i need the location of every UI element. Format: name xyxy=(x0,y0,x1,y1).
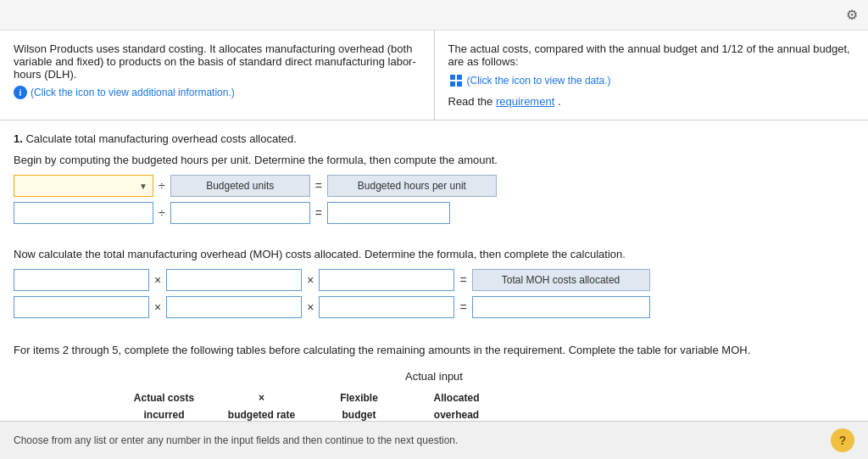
moh-op-1: × xyxy=(153,273,163,287)
grid-icon xyxy=(448,73,464,88)
top-bar: ⚙ xyxy=(0,0,868,31)
info-link-right-label: (Click the icon to view the data.) xyxy=(467,75,611,87)
read-requirement-text: Read the requirement . xyxy=(448,95,855,108)
formula-answer-1[interactable] xyxy=(327,202,450,224)
svg-rect-3 xyxy=(457,81,462,87)
formula-input-1[interactable] xyxy=(14,202,153,224)
divide-op-2: ÷ xyxy=(157,206,167,220)
moh-equals-1: = xyxy=(458,273,468,287)
requirement-link[interactable]: requirement xyxy=(496,95,554,108)
moh-answer-1[interactable] xyxy=(14,296,149,318)
divide-op-1: ÷ xyxy=(157,179,167,193)
actual-input-header: Actual input xyxy=(14,370,854,383)
th-empty xyxy=(14,389,115,406)
moh-op-4: × xyxy=(305,300,315,314)
budgeted-hours-instruction: Begin by computing the budgeted hours pe… xyxy=(14,154,854,166)
th-multiply: × xyxy=(213,389,310,406)
moh-total-label: Total MOH costs allocated xyxy=(472,269,650,291)
th-flexible: Flexible xyxy=(310,389,408,406)
svg-rect-2 xyxy=(450,81,455,87)
equals-op-1: = xyxy=(314,179,324,193)
intro-left-text: Wilson Products uses standard costing. I… xyxy=(14,42,420,81)
table-header-row-1: Actual costs × Flexible Allocated xyxy=(14,389,505,406)
intro-section: Wilson Products uses standard costing. I… xyxy=(0,31,868,120)
svg-rect-1 xyxy=(457,75,462,80)
info-link-left-label: (Click the icon to view additional infor… xyxy=(31,87,235,98)
moh-equals-2: = xyxy=(458,300,468,314)
th-allocated: Allocated xyxy=(408,389,505,406)
budgeted-units-label: Budgeted units xyxy=(170,175,310,197)
info-link-right[interactable]: (Click the icon to view the data.) xyxy=(448,73,855,88)
moh-op-2: × xyxy=(305,273,315,287)
moh-answer-row: × × = xyxy=(14,296,854,318)
intro-right-text-before: The actual costs, compared with the annu… xyxy=(448,42,855,68)
moh-op-3: × xyxy=(153,300,163,314)
bottom-bar: Choose from any list or enter any number… xyxy=(0,421,868,459)
formula-header-row: ▼ ÷ Budgeted units = Budgeted hours per … xyxy=(14,175,854,197)
moh-dropdown-1[interactable] xyxy=(14,269,149,291)
moh-answer-3[interactable] xyxy=(319,296,454,318)
info-link-left[interactable]: i (Click the icon to view additional inf… xyxy=(14,86,420,99)
bottom-text: Choose from any list or enter any number… xyxy=(14,434,458,446)
moh-input-3[interactable] xyxy=(319,269,454,291)
gear-icon[interactable]: ⚙ xyxy=(846,7,858,23)
section2-instruction: For items 2 through 5, complete the foll… xyxy=(14,344,854,356)
moh-header-row: × × = Total MOH costs allocated xyxy=(14,269,854,291)
budgeted-hours-label: Budgeted hours per unit xyxy=(327,175,497,197)
moh-instruction: Now calculate the total manufacturing ov… xyxy=(14,248,854,260)
equals-op-2: = xyxy=(314,206,324,220)
formula-dropdown[interactable]: ▼ xyxy=(14,175,153,197)
info-icon: i xyxy=(14,86,27,99)
th-actual-costs: Actual costs xyxy=(115,389,213,406)
section1-title: 1. Calculate total manufacturing overhea… xyxy=(14,132,854,145)
dropdown-arrow-icon: ▼ xyxy=(139,182,147,191)
moh-answer-2[interactable] xyxy=(166,296,302,318)
svg-rect-0 xyxy=(450,75,455,80)
formula-input-2[interactable] xyxy=(170,202,310,224)
moh-total-answer[interactable] xyxy=(472,296,650,318)
intro-right: The actual costs, compared with the annu… xyxy=(435,31,869,120)
intro-left: Wilson Products uses standard costing. I… xyxy=(0,31,435,120)
help-button[interactable]: ? xyxy=(831,428,854,452)
moh-input-2[interactable] xyxy=(166,269,302,291)
formula-input-row: ÷ = xyxy=(14,202,854,224)
main-content: 1. Calculate total manufacturing overhea… xyxy=(0,120,868,459)
